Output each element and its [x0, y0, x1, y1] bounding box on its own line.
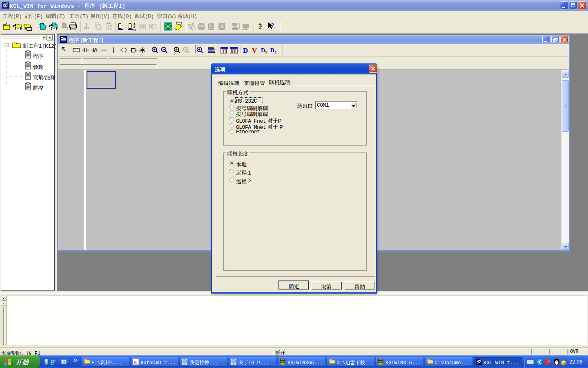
svg-text:e: e: [50, 358, 55, 366]
svg-text:?: ?: [258, 22, 263, 31]
svg-text:D: D: [270, 47, 274, 54]
svg-text:c: c: [274, 49, 277, 55]
svg-text:D: D: [261, 47, 265, 54]
svg-text:V: V: [252, 47, 257, 54]
svg-text:U: U: [223, 49, 226, 54]
svg-text:R: R: [232, 49, 236, 54]
svg-text:?: ?: [271, 22, 274, 29]
svg-text:D: D: [243, 47, 248, 54]
svg-text:a: a: [134, 359, 137, 365]
svg-text:v: v: [265, 49, 267, 55]
svg-text:B: B: [134, 28, 136, 32]
svg-text:STOP: STOP: [199, 25, 207, 28]
